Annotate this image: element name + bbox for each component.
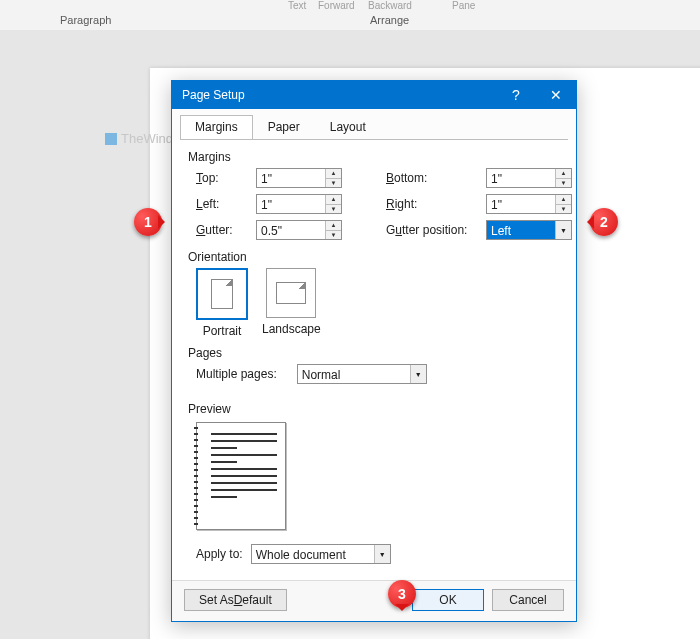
chevron-down-icon[interactable]: ▼ <box>410 365 426 383</box>
label-multiple-pages: Multiple pages: <box>196 367 277 381</box>
orientation-portrait[interactable]: Portrait <box>196 268 248 338</box>
ribbon-mini-forward: Forward <box>318 0 355 11</box>
preview-thumbnail <box>196 422 286 530</box>
dropdown-apply-to[interactable]: Whole document ▼ <box>251 544 391 564</box>
spin-left[interactable]: 1" ▲▼ <box>256 194 342 214</box>
ribbon-mini-text: Text <box>288 0 306 11</box>
spin-left-value[interactable]: 1" <box>257 195 325 213</box>
label-right: Right: <box>386 197 486 211</box>
label-apply-to: Apply to: <box>196 547 243 561</box>
spin-left-arrows[interactable]: ▲▼ <box>325 195 341 213</box>
chevron-down-icon[interactable]: ▼ <box>555 221 571 239</box>
spin-right-value[interactable]: 1" <box>487 195 555 213</box>
section-preview: Preview <box>188 402 560 416</box>
section-margins: Margins <box>188 150 560 164</box>
spin-bottom[interactable]: 1" ▲▼ <box>486 168 572 188</box>
watermark-icon <box>105 133 117 145</box>
spin-gutter-arrows[interactable]: ▲▼ <box>325 221 341 239</box>
set-as-default-button[interactable]: Set As Default <box>184 589 287 611</box>
spin-gutter-value[interactable]: 0.5" <box>257 221 325 239</box>
dialog-titlebar[interactable]: Page Setup ? ✕ <box>172 81 576 109</box>
orientation-landscape[interactable]: Landscape <box>262 268 321 338</box>
callout-1: 1 <box>134 208 162 236</box>
spin-right[interactable]: 1" ▲▼ <box>486 194 572 214</box>
spin-top-value[interactable]: 1" <box>257 169 325 187</box>
spin-gutter[interactable]: 0.5" ▲▼ <box>256 220 342 240</box>
help-button[interactable]: ? <box>496 81 536 109</box>
dialog-tabstrip: Margins Paper Layout <box>172 109 576 140</box>
dropdown-gutter-position-value[interactable]: Left <box>487 221 555 239</box>
page-setup-dialog: Page Setup ? ✕ Margins Paper Layout Marg… <box>171 80 577 622</box>
cancel-button[interactable]: Cancel <box>492 589 564 611</box>
spin-right-arrows[interactable]: ▲▼ <box>555 195 571 213</box>
spin-top-arrows[interactable]: ▲▼ <box>325 169 341 187</box>
orientation-landscape-label: Landscape <box>262 322 321 336</box>
dropdown-multiple-pages[interactable]: Normal ▼ <box>297 364 427 384</box>
spin-bottom-arrows[interactable]: ▲▼ <box>555 169 571 187</box>
label-bottom: Bottom: <box>386 171 486 185</box>
dropdown-gutter-position[interactable]: Left ▼ <box>486 220 572 240</box>
dialog-title: Page Setup <box>182 88 245 102</box>
orientation-portrait-label: Portrait <box>203 324 242 338</box>
ok-button[interactable]: OK <box>412 589 484 611</box>
label-left: Left: <box>196 197 256 211</box>
label-gutter: Gutter: <box>196 223 256 237</box>
ribbon-group-arrange: Arrange <box>370 14 409 26</box>
callout-3: 3 <box>388 580 416 608</box>
tab-margins[interactable]: Margins <box>180 115 253 140</box>
spin-bottom-value[interactable]: 1" <box>487 169 555 187</box>
ribbon-group-paragraph: Paragraph <box>60 14 111 26</box>
dialog-button-row: Set As Default OK Cancel <box>172 580 576 621</box>
dropdown-apply-to-value: Whole document <box>252 545 374 563</box>
spin-top[interactable]: 1" ▲▼ <box>256 168 342 188</box>
callout-2: 2 <box>590 208 618 236</box>
section-orientation: Orientation <box>188 250 560 264</box>
label-gutter-position: Gutter position: <box>386 223 486 237</box>
chevron-down-icon[interactable]: ▼ <box>374 545 390 563</box>
ribbon: Paragraph Arrange Text Forward Backward … <box>0 0 700 31</box>
ribbon-mini-pane: Pane <box>452 0 475 11</box>
section-pages: Pages <box>188 346 560 360</box>
dropdown-multiple-pages-value: Normal <box>298 365 410 383</box>
close-button[interactable]: ✕ <box>536 81 576 109</box>
label-top: Top: <box>196 171 256 185</box>
tab-layout[interactable]: Layout <box>315 115 381 140</box>
ribbon-mini-backward: Backward <box>368 0 412 11</box>
tab-paper[interactable]: Paper <box>253 115 315 140</box>
